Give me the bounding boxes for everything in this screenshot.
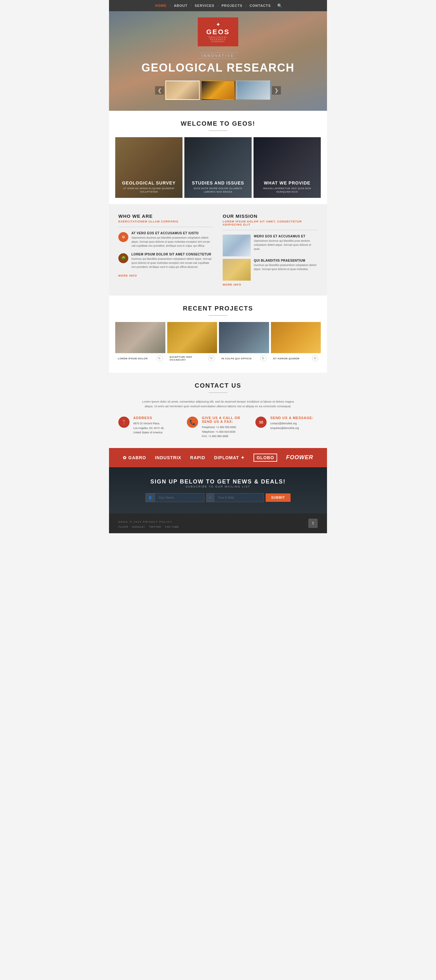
mission-row-1: WERO EOS ET ACCUSAMUS ET Siqnissimos duc… bbox=[223, 235, 318, 256]
scroll-to-top-button[interactable]: ⇧ bbox=[308, 519, 318, 528]
email-line-2: enquiries@demolink.org bbox=[270, 426, 314, 430]
project-link-icon-3[interactable]: ↻ bbox=[260, 355, 267, 361]
nav-about[interactable]: ABOUT bbox=[172, 3, 189, 8]
hero-prev-button[interactable]: ❮ bbox=[155, 86, 164, 95]
mission-divider bbox=[223, 230, 318, 230]
feature-text-2: LOREM IPSUM DOLOR SIT AMET CONSECTETUR D… bbox=[131, 253, 213, 269]
project-link-icon-1[interactable]: ↻ bbox=[157, 355, 163, 361]
service-desc-2: DUIS AUTE IRURE DOLOR ULLAMCO LABORIS NI… bbox=[189, 187, 247, 194]
project-image-1 bbox=[115, 322, 165, 353]
card-content-2: STUDIES AND ISSUES DUIS AUTE IRURE DOLOR… bbox=[189, 180, 247, 194]
hero-title: GEOLOGICAL RESEARCH bbox=[141, 61, 294, 74]
hero-section: ✦ GEOS GEOLOGICAL RESEARCH COMPANY INNOV… bbox=[109, 11, 327, 111]
about-grid: WHO WE ARE EXERCITATIONEM ULLAM CORPORIS… bbox=[118, 213, 318, 286]
location-icon: 📍 bbox=[118, 417, 129, 428]
mission-feat-title-1: WERO EOS ET ACCUSAMUS ET bbox=[254, 235, 318, 238]
our-mission-col: OUR MISSION LOREM IPSUM DOLOR SIT AMET, … bbox=[223, 213, 318, 286]
gabro-icon: ✿ bbox=[123, 455, 127, 460]
name-input[interactable] bbox=[155, 493, 204, 502]
contact-phone: 📞 Give us a call or send us a fax: Freep… bbox=[187, 416, 249, 438]
mission-row-2: QUI BLANDITIIS PRAESENTIUM Ducimus qui b… bbox=[223, 259, 318, 281]
project-title-2: EXCEPTURI SINT OCCAECATI bbox=[170, 356, 209, 361]
subscribe-content: SIGN UP BELOW TO GET NEWS & DEALS! SUBSC… bbox=[118, 479, 318, 502]
hero-thumbnails: ❮ ❯ bbox=[155, 81, 281, 100]
feature-title-1: AT VERO EOS ET ACCUSAMUS ET IUSTO bbox=[131, 231, 213, 235]
project-card-2[interactable]: EXCEPTURI SINT OCCAECATI ↻ bbox=[167, 322, 217, 363]
who-title: WHO WE ARE bbox=[118, 213, 213, 219]
mission-subtitle: LOREM IPSUM DOLOR SIT AMET, CONSECTETUR … bbox=[223, 220, 318, 226]
project-link-icon-4[interactable]: ↻ bbox=[312, 355, 318, 361]
project-image-2 bbox=[167, 322, 217, 353]
feature-item-1: ⚙ AT VERO EOS ET ACCUSAMUS ET IUSTO Siqn… bbox=[118, 231, 213, 248]
contact-address: 📍 ADDRESS 9870 St Vincent Place, Los Ang… bbox=[118, 416, 180, 438]
footer-link-flickr[interactable]: FLICKR bbox=[118, 525, 128, 528]
partner-rapid[interactable]: RAPID bbox=[190, 455, 206, 460]
partner-industrix[interactable]: INDUSTRIX bbox=[155, 455, 181, 460]
service-desc-1: UT ENIM AD MINIM ALIQUAM QUAERAT VOLUPTA… bbox=[120, 187, 178, 194]
phone-line-1: Freephone: +1 800 559 6580 bbox=[202, 425, 249, 430]
feature-desc-2: Ducimus qui blanditiis praesentium volup… bbox=[131, 257, 213, 269]
project-card-3[interactable]: IN CULPA QUI OFFICIA ↻ bbox=[219, 322, 269, 363]
contact-intro: Lorem ipsum dolor sit amet, consectetur … bbox=[140, 399, 296, 409]
logo-subtitle: GEOLOGICAL RESEARCH COMPANY bbox=[205, 36, 231, 43]
more-info-link-2[interactable]: MORE INFO bbox=[223, 283, 318, 286]
footer-link-google[interactable]: GOOGLE+ bbox=[132, 525, 145, 528]
phone-label: Give us a call or send us a fax: bbox=[202, 416, 249, 423]
subscribe-section: SIGN UP BELOW TO GET NEWS & DEALS! SUBSC… bbox=[109, 467, 327, 513]
search-icon[interactable]: 🔍 bbox=[277, 3, 282, 8]
partner-gabro[interactable]: ✿ GABRO bbox=[123, 455, 146, 460]
service-card-1[interactable]: GEOLOGICAL SURVEY UT ENIM AD MINIM ALIQU… bbox=[115, 137, 182, 198]
contact-section: CONTACT US Lorem ipsum dolor sit amet, c… bbox=[109, 373, 327, 448]
hero-thumb-2[interactable] bbox=[201, 81, 235, 100]
feature-title-2: LOREM IPSUM DOLOR SIT AMET CONSECTETUR bbox=[131, 253, 213, 256]
who-divider bbox=[118, 227, 213, 227]
project-card-1[interactable]: LOREM IPSUM DOLOR ↻ bbox=[115, 322, 165, 363]
more-info-link-1[interactable]: MORE INFO bbox=[118, 274, 213, 277]
project-title-3: IN CULPA QUI OFFICIA bbox=[221, 357, 252, 360]
nav-services[interactable]: SERVICES bbox=[193, 3, 216, 8]
footer-left: GEOS © 2015 PRIVACY POLICY FLICKR GOOGLE… bbox=[118, 518, 179, 528]
footer-logo-name: GEOS bbox=[118, 520, 128, 523]
partner-globo[interactable]: GLOBO bbox=[254, 453, 277, 462]
email-input[interactable] bbox=[214, 493, 264, 502]
project-grid: LOREM IPSUM DOLOR ↻ EXCEPTURI SINT OCCAE… bbox=[115, 322, 321, 363]
footer-link-twitter[interactable]: TWITTER bbox=[149, 525, 161, 528]
project-title-4: ET HARUM QUIDEM bbox=[273, 357, 300, 360]
project-label-3: IN CULPA QUI OFFICIA ↻ bbox=[219, 353, 269, 363]
hero-logo: ✦ GEOS GEOLOGICAL RESEARCH COMPANY bbox=[198, 18, 238, 46]
service-card-2[interactable]: STUDIES AND ISSUES DUIS AUTE IRURE DOLOR… bbox=[184, 137, 252, 198]
navigation: HOME / ABOUT / SERVICES / PROJECTS / CON… bbox=[109, 0, 327, 11]
address-label: ADDRESS bbox=[133, 416, 164, 420]
project-card-4[interactable]: ET HARUM QUIDEM ↻ bbox=[271, 322, 321, 363]
service-desc-3: MASSA LAOREETUM SED QUIA NON NUMQUAM EIU… bbox=[258, 187, 316, 194]
nav-contacts[interactable]: CONTACTS bbox=[248, 3, 272, 8]
mission-feat-desc-2: Ducimus qui blanditiis praesentium volup… bbox=[254, 263, 318, 271]
hero-thumb-1[interactable] bbox=[165, 81, 200, 100]
service-card-3[interactable]: WHAT WE PROVIDE MASSA LAOREETUM SED QUIA… bbox=[254, 137, 321, 198]
project-link-icon-2[interactable]: ↻ bbox=[208, 355, 215, 361]
partner-diplomat[interactable]: DIPLOMAT ✦ bbox=[214, 455, 245, 460]
contact-divider bbox=[209, 392, 227, 393]
nav-sep-4: / bbox=[246, 4, 247, 8]
mission-text-1: WERO EOS ET ACCUSAMUS ET Siqnissimos duc… bbox=[254, 235, 318, 251]
diplomat-icon: ✦ bbox=[241, 455, 245, 460]
contact-title: CONTACT US bbox=[118, 382, 318, 389]
email-label: Send us a message: bbox=[270, 416, 314, 420]
phone-line-2: Telephone: +1 800 603 6035 bbox=[202, 430, 249, 434]
subscribe-subtitle: SUBSCRIBE TO OUR MAILING LIST bbox=[118, 485, 318, 488]
footer-link-youtube[interactable]: YOU TUBE bbox=[165, 525, 179, 528]
hero-next-button[interactable]: ❯ bbox=[272, 86, 281, 95]
footer-logo: GEOS © 2015 PRIVACY POLICY bbox=[118, 519, 172, 523]
nav-home[interactable]: HOME bbox=[154, 3, 168, 8]
service-title-2: STUDIES AND ISSUES bbox=[189, 180, 247, 185]
welcome-divider bbox=[209, 130, 227, 131]
subscribe-button[interactable]: submit bbox=[266, 493, 291, 502]
welcome-section: WELCOME TO GEOS! GEOLOGICAL SURVEY UT EN… bbox=[109, 111, 327, 204]
partner-foower[interactable]: FOOWER bbox=[286, 454, 313, 461]
hero-thumb-3[interactable] bbox=[236, 81, 271, 100]
email-input-wrap: ✉ bbox=[206, 493, 264, 502]
contact-grid: 📍 ADDRESS 9870 St Vincent Place, Los Ang… bbox=[118, 416, 318, 438]
email-line-1: contact@demolink.org bbox=[270, 421, 314, 426]
nav-projects[interactable]: PROJECTS bbox=[220, 3, 244, 8]
who-subtitle: EXERCITATIONEM ULLAM CORPORIS bbox=[118, 220, 213, 223]
